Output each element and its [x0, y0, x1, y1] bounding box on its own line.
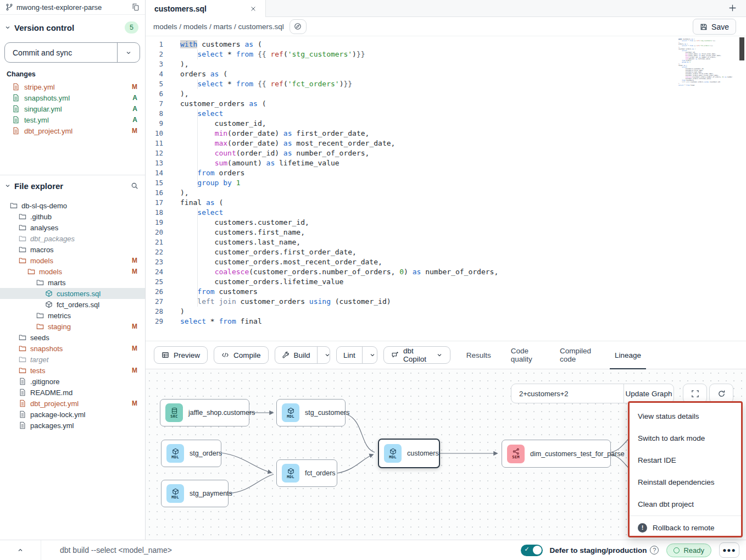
menu-item-clean-dbt-project[interactable]: Clean dbt project: [630, 493, 741, 515]
lineage-node-fct-orders[interactable]: MDLfct_orders: [276, 459, 337, 487]
menu-item-switch-to-dark-mode[interactable]: Switch to dark mode: [630, 427, 741, 449]
folder-icon: [10, 202, 18, 209]
file-icon: [12, 116, 20, 124]
file-explorer-header[interactable]: File explorer: [4, 179, 138, 192]
tree-item-packages-yml[interactable]: packages.yml: [0, 420, 145, 431]
lint-options-button[interactable]: [362, 347, 377, 363]
change-item[interactable]: dbt_project.ymlM: [0, 125, 145, 136]
menu-item-view-status-details[interactable]: View status details: [630, 405, 741, 427]
tree-item-fct-orders-sql[interactable]: fct_orders.sql: [0, 299, 145, 310]
code-line: ): [180, 307, 498, 317]
modified-status-letter: M: [132, 323, 137, 330]
lineage-node-customers[interactable]: MDLcustomers: [378, 439, 440, 468]
expand-command-panel-button[interactable]: [0, 540, 41, 560]
save-button[interactable]: Save: [693, 19, 736, 35]
tree-item--gitignore[interactable]: .gitignore: [0, 376, 145, 387]
modified-status-letter: M: [132, 345, 137, 352]
tree-item-readme-md[interactable]: README.md: [0, 387, 145, 398]
tree-item-label: .github: [30, 213, 52, 221]
code-line: ),: [180, 188, 498, 198]
line-number: 16: [146, 188, 170, 198]
code-line: group by 1: [180, 178, 498, 188]
build-options-button[interactable]: [317, 347, 331, 363]
code-line: from orders: [180, 168, 498, 178]
mdl-badge: MDL: [282, 464, 299, 483]
tree-item-dbt-packages[interactable]: dbt_packages: [0, 233, 145, 244]
preview-button[interactable]: Preview: [154, 346, 208, 364]
command-input[interactable]: dbt build --select <model_name>: [41, 546, 172, 555]
tree-item-metrics[interactable]: metrics: [0, 310, 145, 321]
folder-icon: [19, 334, 26, 341]
commit-options-button[interactable]: [118, 43, 140, 62]
tree-item-seeds[interactable]: seeds: [0, 332, 145, 343]
help-icon[interactable]: ?: [650, 546, 659, 555]
tree-item-models[interactable]: modelsM: [0, 266, 145, 277]
minimap[interactable]: with customers as ( select * from {{ ref…: [678, 38, 732, 110]
defer-toggle[interactable]: ✓: [521, 545, 543, 556]
menu-item-restart-ide[interactable]: Restart IDE: [630, 449, 741, 471]
more-options-button[interactable]: ●●●: [719, 542, 739, 558]
lineage-node-stg-customers[interactable]: MDLstg_customers: [276, 399, 346, 426]
dbt-copilot-button[interactable]: dbt Copilot: [383, 346, 450, 364]
scrollbar-thumb[interactable]: [739, 37, 744, 60]
lineage-search-input[interactable]: [511, 384, 623, 403]
tree-item-target[interactable]: target: [0, 354, 145, 365]
menu-item-rollback-to-remote[interactable]: !Rollback to remote: [630, 517, 741, 539]
tab-lineage[interactable]: Lineage: [605, 341, 651, 369]
menu-item-reinstall-dependencies[interactable]: Reinstall dependencies: [630, 471, 741, 493]
copy-branch-icon[interactable]: [132, 3, 140, 11]
code-line: left join customer_orders using (custome…: [180, 297, 498, 307]
tab-customers-sql[interactable]: customers.sql: [146, 0, 266, 17]
change-item[interactable]: snapshots.ymlA: [0, 92, 145, 103]
modified-status-letter: M: [132, 268, 137, 275]
code-brackets-icon: [221, 351, 229, 359]
version-control-header[interactable]: Version control 5: [4, 21, 138, 34]
search-icon[interactable]: [131, 182, 138, 190]
tree-item-snapshots[interactable]: snapshotsM: [0, 343, 145, 354]
folder-icon: [19, 224, 26, 231]
tab-results[interactable]: Results: [456, 341, 501, 369]
tree-item-models[interactable]: modelsM: [0, 255, 145, 266]
tree-item-dbt-project-yml[interactable]: dbt_project.ymlM: [0, 398, 145, 409]
new-tab-button[interactable]: [728, 3, 737, 13]
code-area[interactable]: with customers as ( select * from {{ ref…: [170, 36, 498, 341]
tab-compiled-code[interactable]: Compiled code: [550, 341, 605, 369]
tree-item-customers-sql[interactable]: customers.sql: [0, 288, 145, 299]
tree-item-macros[interactable]: macros: [0, 244, 145, 255]
breadcrumb: models / models / marts / customers.sql: [153, 23, 284, 31]
change-item[interactable]: singular.ymlA: [0, 103, 145, 114]
folder-icon: [19, 367, 26, 374]
tree-item-marts[interactable]: marts: [0, 277, 145, 288]
tree-item--github[interactable]: .github: [0, 211, 145, 222]
lineage-node-stg-payments[interactable]: MDLstg_payments: [161, 480, 229, 507]
tree-item-analyses[interactable]: analyses: [0, 222, 145, 233]
lineage-node-jaffle-shop-customers[interactable]: SRCjaffle_shop.customers: [160, 399, 249, 426]
build-button[interactable]: Build: [275, 347, 317, 363]
lint-button[interactable]: Lint: [337, 347, 362, 363]
build-label: Build: [294, 351, 310, 359]
file-icon: [19, 400, 26, 407]
tree-item-package-lock-yml[interactable]: package-lock.yml: [0, 409, 145, 420]
change-item[interactable]: test.ymlA: [0, 114, 145, 125]
tab-code-quality[interactable]: Code quality: [501, 341, 550, 369]
line-number: 22: [146, 247, 170, 257]
tree-item-tests[interactable]: testsM: [0, 365, 145, 376]
code-line: customer_id,: [180, 119, 498, 129]
close-icon[interactable]: [250, 5, 257, 12]
code-editor[interactable]: 1234567891011121314151617181920212223242…: [146, 36, 746, 341]
lineage-node-dim-customers-test-for-parse[interactable]: SEMdim_customers_test_for_parse: [502, 440, 611, 468]
tree-item-staging[interactable]: stagingM: [0, 321, 145, 332]
commit-and-sync-button[interactable]: Commit and sync: [5, 43, 118, 62]
tree-item-db-sl-qs-demo[interactable]: db-sl-qs-demo: [0, 200, 145, 211]
status-ready-badge[interactable]: Ready: [666, 544, 711, 557]
code-line: customers.customer_id,: [180, 218, 498, 228]
branch-selector[interactable]: mwong-test-explorer-parse: [5, 3, 102, 12]
update-graph-button[interactable]: Update Graph: [623, 384, 673, 403]
refresh-graph-button[interactable]: [709, 384, 733, 403]
fullscreen-button[interactable]: [683, 384, 707, 403]
open-in-explorer-button[interactable]: [290, 19, 307, 34]
compile-button[interactable]: Compile: [214, 346, 269, 364]
change-item[interactable]: stripe.ymlM: [0, 81, 145, 92]
lineage-node-stg-orders[interactable]: MDLstg_orders: [161, 440, 221, 467]
tree-item-label: seeds: [30, 334, 49, 342]
